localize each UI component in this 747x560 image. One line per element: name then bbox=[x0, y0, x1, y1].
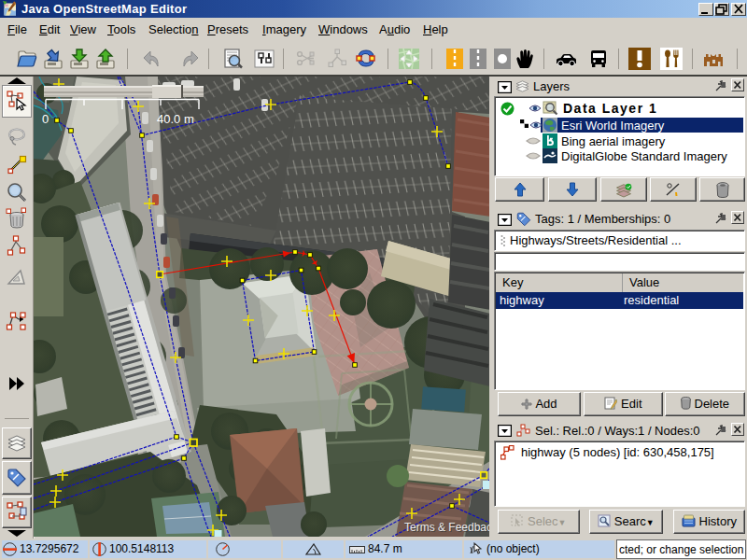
svg-text:40.0 m: 40.0 m bbox=[157, 112, 194, 126]
svg-text:0: 0 bbox=[42, 112, 49, 126]
svg-text:Terms & Feedback: Terms & Feedback bbox=[404, 521, 489, 534]
